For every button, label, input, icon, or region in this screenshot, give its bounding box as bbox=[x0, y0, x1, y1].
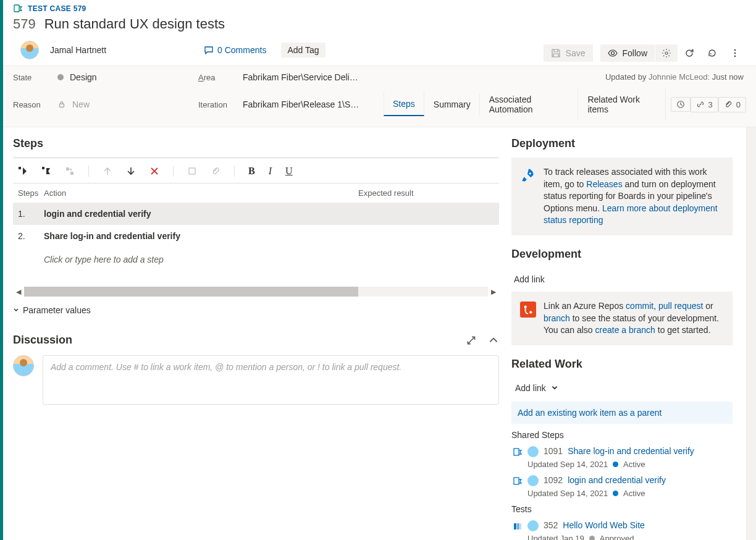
development-heading: Development bbox=[511, 248, 733, 261]
step-row[interactable]: 1. login and credential verify bbox=[13, 203, 499, 225]
related-item[interactable]: 1092 login and credential verify bbox=[511, 473, 733, 489]
undo-button[interactable] bbox=[701, 44, 723, 62]
tab-summary[interactable]: Summary bbox=[424, 93, 480, 116]
comments-link[interactable]: 0 Comments bbox=[204, 45, 266, 55]
save-button[interactable]: Save bbox=[544, 44, 593, 62]
scroll-left-arrow[interactable]: ◀ bbox=[13, 288, 24, 296]
svg-rect-9 bbox=[42, 167, 44, 169]
svg-point-2 bbox=[665, 52, 668, 54]
deployment-info: To track releases associated with this w… bbox=[511, 158, 733, 235]
work-item-title[interactable]: Run standard UX design tests bbox=[44, 16, 225, 32]
author-avatar bbox=[527, 520, 539, 531]
shared-steps-icon bbox=[513, 447, 523, 457]
area-field[interactable]: Area Fabrikam Fiber\Service Deli… bbox=[198, 72, 384, 82]
vertical-scrollbar[interactable] bbox=[746, 127, 756, 540]
refresh-button[interactable] bbox=[678, 44, 700, 62]
step-row[interactable]: 2. Share log-in and credential verify bbox=[13, 225, 499, 247]
state-field[interactable]: State Design bbox=[13, 72, 198, 82]
tests-subheading: Tests bbox=[511, 504, 733, 514]
chevron-down-icon bbox=[551, 384, 558, 392]
tab-related[interactable]: Related Work items bbox=[578, 88, 665, 120]
delete-step-icon[interactable] bbox=[149, 166, 159, 176]
more-actions-button[interactable] bbox=[724, 44, 746, 62]
steps-horizontal-scrollbar[interactable]: ◀ ▶ bbox=[13, 287, 499, 297]
outdent-icon bbox=[187, 166, 197, 176]
comment-input[interactable]: Add a comment. Use # to link a work item… bbox=[43, 355, 499, 405]
undo-icon bbox=[707, 48, 717, 58]
author-avatar bbox=[527, 475, 539, 486]
development-add-link[interactable]: Add link bbox=[511, 268, 733, 292]
shared-steps-icon bbox=[513, 476, 523, 486]
svg-rect-12 bbox=[189, 168, 195, 174]
bold-button[interactable]: B bbox=[248, 166, 255, 177]
steps-header-row: Steps Action Expected result bbox=[13, 184, 499, 203]
reason-field[interactable]: Reason New bbox=[13, 88, 198, 120]
related-work-heading: Related Work bbox=[511, 358, 733, 371]
refresh-icon bbox=[684, 48, 694, 58]
svg-rect-19 bbox=[514, 523, 516, 529]
move-up-icon bbox=[103, 166, 112, 176]
svg-rect-10 bbox=[66, 167, 69, 171]
insert-shared-step-icon[interactable] bbox=[41, 166, 51, 176]
branch-link[interactable]: branch bbox=[544, 313, 570, 323]
assignee-avatar[interactable] bbox=[20, 41, 39, 59]
svg-rect-17 bbox=[514, 449, 519, 455]
expand-icon[interactable] bbox=[466, 335, 477, 346]
svg-rect-18 bbox=[514, 478, 519, 484]
status-dot-icon bbox=[613, 462, 618, 467]
shared-steps-subheading: Shared Steps bbox=[511, 430, 733, 440]
add-parent-link[interactable]: Add an existing work item as a parent bbox=[518, 408, 662, 418]
save-icon bbox=[551, 48, 561, 58]
svg-point-4 bbox=[734, 53, 736, 54]
releases-link[interactable]: Releases bbox=[586, 179, 622, 189]
related-item-link[interactable]: Hello World Web Site bbox=[563, 520, 645, 530]
links-button[interactable]: 3 bbox=[691, 97, 718, 112]
svg-rect-20 bbox=[517, 523, 519, 529]
svg-rect-14 bbox=[520, 302, 536, 318]
updated-by-text: Updated by Johnnie McLeod: Just now bbox=[605, 72, 746, 82]
assignee-name[interactable]: Jamal Hartnett bbox=[50, 45, 106, 55]
add-tag-button[interactable]: Add Tag bbox=[281, 43, 325, 57]
underline-button[interactable]: U bbox=[285, 166, 293, 177]
parameter-values-toggle[interactable]: Parameter values bbox=[13, 305, 499, 315]
italic-button[interactable]: I bbox=[269, 166, 272, 177]
commit-link[interactable]: commit bbox=[626, 301, 653, 311]
scroll-right-arrow[interactable]: ▶ bbox=[488, 288, 499, 296]
svg-point-3 bbox=[734, 49, 736, 51]
test-case-icon bbox=[13, 4, 23, 14]
gear-icon bbox=[662, 48, 671, 58]
steps-heading: Steps bbox=[13, 137, 499, 150]
current-user-avatar bbox=[13, 355, 34, 376]
tab-automation[interactable]: Associated Automation bbox=[480, 88, 579, 120]
related-item-link[interactable]: login and credential verify bbox=[568, 475, 666, 485]
create-branch-link[interactable]: create a branch bbox=[595, 325, 655, 335]
insert-step-icon[interactable] bbox=[18, 166, 28, 176]
deployment-heading: Deployment bbox=[511, 137, 733, 150]
collapse-up-icon[interactable] bbox=[488, 335, 499, 346]
iteration-field[interactable]: Iteration Fabrikam Fiber\Release 1\S… bbox=[198, 88, 384, 120]
lock-icon bbox=[57, 100, 66, 109]
test-plan-icon bbox=[513, 521, 523, 531]
svg-point-1 bbox=[611, 52, 614, 55]
history-icon bbox=[676, 100, 685, 109]
related-item[interactable]: 352 Hello World Web Site bbox=[511, 518, 733, 534]
follow-button[interactable]: Follow bbox=[600, 44, 655, 62]
move-down-icon[interactable] bbox=[126, 166, 136, 176]
add-parent-banner[interactable]: Add an existing work item as a parent bbox=[511, 402, 733, 424]
tab-steps[interactable]: Steps bbox=[384, 93, 424, 116]
attachments-button[interactable]: 0 bbox=[718, 97, 746, 112]
pull-request-link[interactable]: pull request bbox=[658, 301, 703, 311]
rocket-icon bbox=[520, 167, 536, 184]
related-item-link[interactable]: Share log-in and credential verify bbox=[568, 446, 694, 456]
related-item[interactable]: 1091 Share log-in and credential verify bbox=[511, 444, 733, 460]
history-button[interactable] bbox=[671, 97, 691, 112]
work-item-id: 579 bbox=[13, 16, 36, 32]
svg-rect-8 bbox=[19, 167, 21, 169]
svg-rect-6 bbox=[60, 104, 64, 107]
attachment-icon bbox=[724, 100, 733, 109]
svg-rect-11 bbox=[70, 172, 74, 175]
more-vertical-icon bbox=[730, 48, 740, 58]
related-add-link-dropdown[interactable]: Add link bbox=[511, 378, 733, 399]
add-step-placeholder[interactable]: Click or type here to add a step bbox=[13, 247, 499, 272]
settings-button[interactable] bbox=[655, 44, 678, 62]
